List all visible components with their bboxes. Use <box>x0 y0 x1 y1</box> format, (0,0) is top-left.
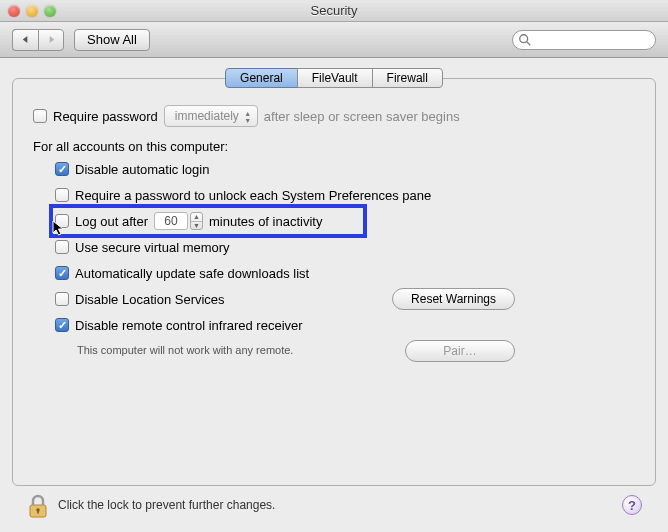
search-input[interactable] <box>512 30 656 50</box>
pair-button[interactable]: Pair… <box>405 340 515 362</box>
general-panel: Require password immediately ▲▼ after sl… <box>12 78 656 486</box>
logout-label-after: minutes of inactivity <box>209 214 322 229</box>
disable-ir-label: Disable remote control infrared receiver <box>75 318 303 333</box>
svg-rect-4 <box>37 510 39 514</box>
logout-label-before: Log out after <box>75 214 148 229</box>
search-field[interactable] <box>512 30 656 50</box>
logout-row: Log out after ▲▼ minutes of inactivity <box>55 210 635 232</box>
back-button[interactable] <box>12 29 38 51</box>
auto-update-safe-row: Automatically update safe downloads list <box>55 262 635 284</box>
toolbar: Show All <box>0 22 668 58</box>
logout-checkbox[interactable] <box>55 214 69 228</box>
titlebar: Security <box>0 0 668 22</box>
window-title: Security <box>0 3 668 18</box>
disable-ir-row: Disable remote control infrared receiver <box>55 314 635 336</box>
require-unlock-pane-label: Require a password to unlock each System… <box>75 188 431 203</box>
disable-auto-login-label: Disable automatic login <box>75 162 209 177</box>
disable-location-row: Disable Location Services Reset Warnings <box>55 288 635 310</box>
disable-auto-login-checkbox[interactable] <box>55 162 69 176</box>
reset-warnings-button[interactable]: Reset Warnings <box>392 288 515 310</box>
require-password-after-label: after sleep or screen saver begins <box>264 109 460 124</box>
tab-general[interactable]: General <box>225 68 298 88</box>
disable-ir-checkbox[interactable] <box>55 318 69 332</box>
accounts-section-label: For all accounts on this computer: <box>33 139 635 154</box>
window: Security Show All General FileVault Fire… <box>0 0 668 532</box>
popup-arrows-icon: ▲▼ <box>242 109 254 125</box>
footer: Click the lock to prevent further change… <box>12 486 656 524</box>
secure-vm-label: Use secure virtual memory <box>75 240 230 255</box>
require-unlock-pane-checkbox[interactable] <box>55 188 69 202</box>
help-button[interactable]: ? <box>622 495 642 515</box>
auto-update-safe-label: Automatically update safe downloads list <box>75 266 309 281</box>
lock-text: Click the lock to prevent further change… <box>58 498 275 512</box>
show-all-button[interactable]: Show All <box>74 29 150 51</box>
lock-icon[interactable] <box>26 491 50 519</box>
tabs: General FileVault Firewall <box>12 68 656 88</box>
forward-button[interactable] <box>38 29 64 51</box>
secure-vm-checkbox[interactable] <box>55 240 69 254</box>
search-icon <box>518 33 532 47</box>
logout-minutes-input[interactable] <box>154 212 188 230</box>
logout-minutes-stepper-buttons[interactable]: ▲▼ <box>190 212 203 230</box>
require-password-timing-popup[interactable]: immediately ▲▼ <box>164 105 258 127</box>
ir-note-row: This computer will not work with any rem… <box>33 340 635 362</box>
ir-note: This computer will not work with any rem… <box>77 344 293 356</box>
disable-location-label: Disable Location Services <box>75 292 225 307</box>
require-password-timing-value: immediately <box>175 109 239 123</box>
disable-auto-login-row: Disable automatic login <box>55 158 635 180</box>
disable-location-checkbox[interactable] <box>55 292 69 306</box>
svg-line-1 <box>527 41 531 45</box>
require-password-checkbox[interactable] <box>33 109 47 123</box>
tab-firewall[interactable]: Firewall <box>372 68 443 88</box>
secure-vm-row: Use secure virtual memory <box>55 236 635 258</box>
pane-body: General FileVault Firewall Require passw… <box>0 58 668 532</box>
auto-update-safe-checkbox[interactable] <box>55 266 69 280</box>
logout-minutes-stepper: ▲▼ <box>154 212 203 230</box>
nav-segment <box>12 29 64 51</box>
require-unlock-pane-row: Require a password to unlock each System… <box>55 184 635 206</box>
require-password-row: Require password immediately ▲▼ after sl… <box>33 105 635 127</box>
require-password-label: Require password <box>53 109 158 124</box>
svg-point-0 <box>520 34 528 42</box>
tab-filevault[interactable]: FileVault <box>297 68 373 88</box>
